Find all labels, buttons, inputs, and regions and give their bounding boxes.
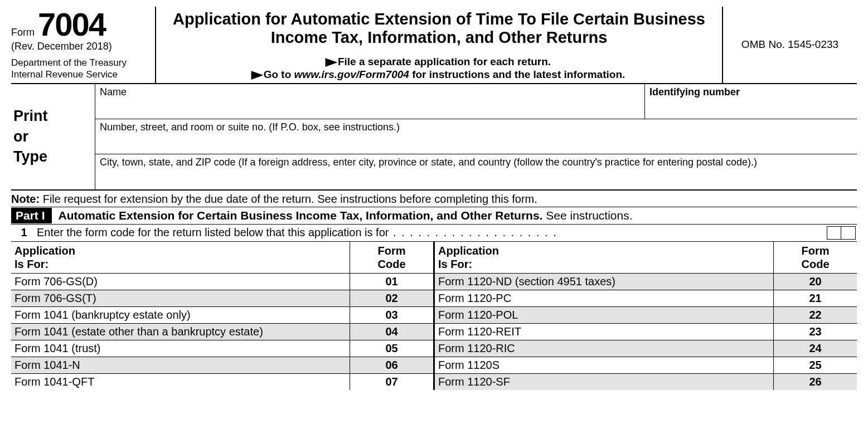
application-name: Form 706-GS(T) [11,290,350,306]
part-1-header: Part I Automatic Extension for Certain B… [11,207,857,225]
table-row: Form 1041-QFT07 [11,374,433,390]
form-number: 7004 [38,9,105,40]
application-name: Form 706-GS(D) [11,274,350,290]
omb-number: OMB No. 1545-0233 [741,38,838,51]
header-right: OMB No. 1545-0233 [723,7,857,83]
arrow-icon: ▶ [251,68,263,81]
part-title-rest: See instructions. [542,209,632,222]
header-left: Form 7004 (Rev. December 2018) Departmen… [11,7,156,83]
table-row: Form 1041 (estate other than a bankruptc… [11,324,433,340]
form-label: Form [11,27,35,38]
table-row: Form 706-GS(T)02 [11,290,433,307]
form-code: 25 [773,357,857,373]
form-code-entry[interactable] [827,226,856,240]
application-name: Form 1041 (estate other than a bankruptc… [11,324,350,340]
city-field[interactable]: City, town, state, and ZIP code (If a fo… [95,154,857,189]
table-header-right: ApplicationIs For: FormCode [435,242,857,274]
form-number-line: Form 7004 [11,9,151,40]
form-code: 05 [350,340,433,357]
identity-fields: Name Identifying number Number, street, … [95,84,857,189]
form-code: 21 [773,290,857,306]
header-application: ApplicationIs For: [11,242,350,273]
table-row: Form 1041-N06 [11,357,433,374]
header-application: ApplicationIs For: [435,242,773,273]
arrow-icon: ▶ [326,55,337,68]
application-name: Form 1041-QFT [11,374,350,390]
identifying-number-field[interactable]: Identifying number [645,84,857,119]
pt-line-3: Type [13,147,48,167]
form-code: 04 [350,324,433,340]
application-name: Form 1041-N [11,357,350,373]
sub2-post: for instructions and the latest informat… [409,69,625,80]
application-name: Form 1120S [435,357,773,373]
header-form-code: FormCode [350,242,433,273]
pt-line-2: or [13,126,48,147]
application-name: Form 1120-ND (section 4951 taxes) [435,274,773,290]
print-or-type: Print or Type [11,84,95,189]
form-code: 01 [350,274,433,290]
name-field[interactable]: Name [95,84,645,119]
application-name: Form 1041 (bankruptcy estate only) [11,307,350,323]
table-row: Form 1120-PC21 [435,290,857,307]
sub2-link: www.irs.gov/Form7004 [294,69,409,80]
line-1: 1 Enter the form code for the return lis… [11,225,857,242]
application-table: ApplicationIs For: FormCode Form 706-GS(… [11,242,857,390]
sub-line-2: ▶Go to www.irs.gov/Form7004 for instruct… [164,68,714,81]
sub2-pre: Go to [264,69,294,80]
print-type-text: Print or Type [13,106,48,167]
pt-line-1: Print [13,106,48,126]
form-code: 20 [773,274,857,290]
form-code: 06 [350,357,433,373]
note-line: Note: File request for extension by the … [11,191,857,207]
form-code: 07 [350,374,433,390]
dept-line-1: Department of the Treasury [11,57,151,69]
note-bold: Note: [11,193,40,205]
form-title: Application for Automatic Extension of T… [164,10,714,47]
left-rows-container: Form 706-GS(D)01Form 706-GS(T)02Form 104… [11,274,433,390]
application-name: Form 1120-PC [435,290,773,306]
table-left-column: ApplicationIs For: FormCode Form 706-GS(… [11,242,435,390]
header-center: Application for Automatic Extension of T… [156,7,723,83]
form-code: 23 [773,324,857,340]
part-title-bold: Automatic Extension for Certain Business… [59,209,543,222]
form-header: Form 7004 (Rev. December 2018) Departmen… [11,7,857,84]
dept-line-2: Internal Revenue Service [11,69,151,80]
part-title: Automatic Extension for Certain Business… [59,209,633,222]
note-text: File request for extension by the due da… [40,193,537,205]
code-box-2[interactable] [841,226,856,240]
table-row: Form 1041 (bankruptcy estate only)03 [11,307,433,324]
application-name: Form 1120-POL [435,307,773,323]
revision-date: (Rev. December 2018) [11,41,151,52]
table-row: Form 1120-POL22 [435,307,857,324]
table-row: Form 1041 (trust)05 [11,340,433,357]
table-row: Form 1120S25 [435,357,857,374]
table-row: Form 1120-REIT23 [435,324,857,340]
identity-block: Print or Type Name Identifying number Nu… [11,84,857,191]
table-header-left: ApplicationIs For: FormCode [11,242,433,274]
table-right-column: ApplicationIs For: FormCode Form 1120-ND… [435,242,857,390]
form-code: 03 [350,307,433,323]
right-rows-container: Form 1120-ND (section 4951 taxes)20Form … [435,274,857,390]
header-form-code: FormCode [773,242,857,273]
table-row: Form 1120-ND (section 4951 taxes)20 [435,274,857,290]
form-code: 02 [350,290,433,306]
application-name: Form 1120-SF [435,374,773,390]
form-code: 22 [773,307,857,323]
address-field[interactable]: Number, street, and room or suite no. (I… [95,119,857,154]
form-7004: Form 7004 (Rev. December 2018) Departmen… [11,7,857,390]
table-row: Form 706-GS(D)01 [11,274,433,290]
form-code: 26 [773,374,857,390]
table-row: Form 1120-RIC24 [435,340,857,357]
line-1-number: 1 [11,226,37,239]
code-box-1[interactable] [827,226,841,240]
sub1-text: File a separate application for each ret… [338,56,551,67]
application-name: Form 1120-RIC [435,340,773,357]
name-row: Name Identifying number [95,84,857,119]
application-name: Form 1041 (trust) [11,340,350,357]
application-name: Form 1120-REIT [435,324,773,340]
table-row: Form 1120-SF26 [435,374,857,390]
part-badge: Part I [11,208,52,223]
department: Department of the Treasury Internal Reve… [11,57,151,81]
sub-instructions: ▶File a separate application for each re… [164,55,714,81]
sub-line-1: ▶File a separate application for each re… [164,55,714,68]
